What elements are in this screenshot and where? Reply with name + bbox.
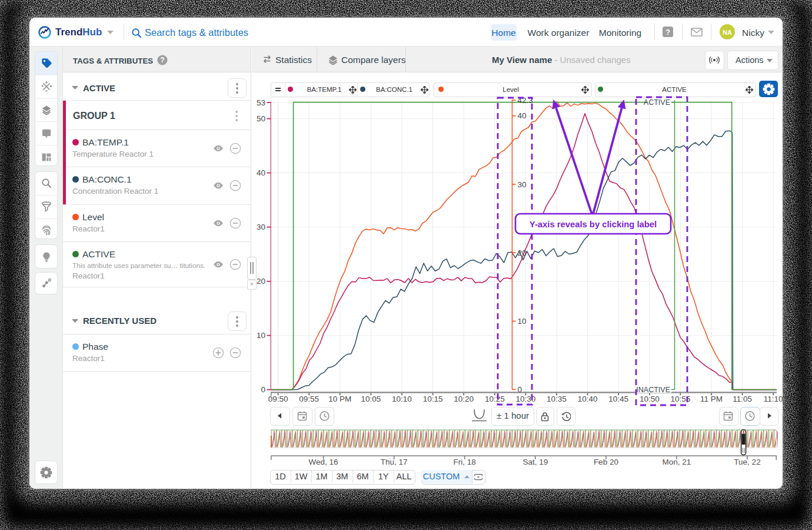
svg-text:Tue, 22: Tue, 22: [734, 458, 760, 466]
svg-text:10:10: 10:10: [392, 395, 412, 403]
svg-text:?: ?: [160, 56, 164, 64]
svg-text:40: 40: [257, 168, 265, 177]
svg-text:0: 0: [518, 385, 523, 394]
svg-text:09:50: 09:50: [268, 395, 288, 403]
svg-text:30: 30: [518, 180, 527, 189]
svg-text:10:05: 10:05: [361, 395, 381, 403]
svg-text:Fri, 18: Fri, 18: [454, 458, 476, 466]
svg-text:40: 40: [518, 111, 527, 120]
svg-text:11 PM: 11 PM: [700, 395, 723, 403]
svg-text:10:35: 10:35: [547, 395, 567, 403]
svg-text:11:10: 11:10: [764, 395, 783, 403]
svg-text:10: 10: [257, 331, 265, 340]
svg-text:?: ?: [665, 28, 670, 37]
svg-text:20: 20: [257, 277, 265, 286]
svg-text:09:55: 09:55: [299, 395, 319, 403]
svg-text:Sat, 19: Sat, 19: [523, 458, 548, 466]
svg-text:INACTIVE: INACTIVE: [636, 386, 670, 394]
svg-text:Y-axis reveals by clicking lab: Y-axis reveals by clicking label: [530, 220, 657, 229]
svg-text:10:40: 10:40: [578, 395, 598, 403]
svg-text:50: 50: [257, 114, 265, 123]
svg-text:20: 20: [518, 249, 527, 257]
svg-text:10:20: 10:20: [454, 395, 474, 403]
svg-text:ACTIVE: ACTIVE: [644, 98, 670, 107]
svg-text:Wed, 16: Wed, 16: [309, 458, 338, 466]
svg-text:30: 30: [257, 223, 265, 231]
svg-text:10:25: 10:25: [485, 395, 505, 403]
svg-text:10:15: 10:15: [423, 395, 443, 403]
svg-text:Mon, 21: Mon, 21: [663, 458, 691, 466]
svg-text:11:05: 11:05: [733, 395, 752, 403]
svg-text:Thu, 17: Thu, 17: [381, 458, 408, 466]
svg-text:0: 0: [261, 385, 265, 394]
svg-text:Feb 20: Feb 20: [594, 458, 618, 466]
svg-text:10: 10: [518, 317, 527, 326]
svg-text:10:50: 10:50: [640, 395, 660, 403]
svg-text:10 PM: 10 PM: [328, 395, 351, 403]
svg-text:53: 53: [257, 98, 265, 107]
svg-text:10:45: 10:45: [608, 395, 628, 403]
